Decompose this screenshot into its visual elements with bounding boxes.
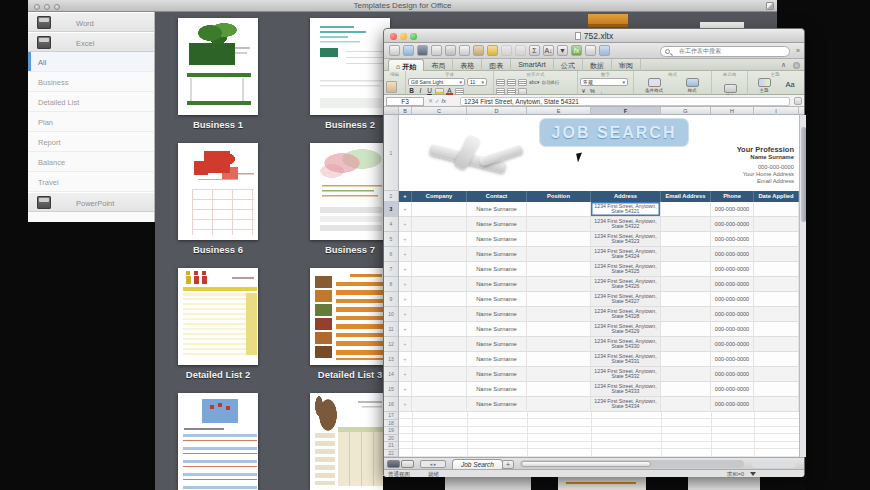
cell-position[interactable] xyxy=(527,367,591,381)
cell-contact[interactable]: Name Surname xyxy=(467,217,527,231)
cell-address[interactable]: 1234 First Street, Anytown,State 54329 xyxy=(591,322,661,336)
cell-email[interactable] xyxy=(661,337,711,351)
row-header-4[interactable]: 4 xyxy=(384,217,398,232)
horizontal-scrollbar[interactable] xyxy=(520,460,744,468)
print-preview-icon[interactable] xyxy=(599,45,610,56)
column-header-D[interactable]: D xyxy=(467,107,527,114)
gear-icon[interactable] xyxy=(793,62,800,69)
select-all-corner[interactable] xyxy=(384,107,399,114)
sheet-tab-job-search[interactable]: Job Search xyxy=(452,459,503,469)
currency-format-icon[interactable]: ¥ xyxy=(580,87,587,95)
row-header-2[interactable]: 2 xyxy=(384,191,398,202)
gallery-icon[interactable] xyxy=(585,45,596,56)
cell-position[interactable] xyxy=(527,292,591,306)
cell-date-applied[interactable] xyxy=(754,217,799,231)
cell-email[interactable] xyxy=(661,352,711,366)
tab-smartart[interactable]: SmartArt xyxy=(511,59,554,71)
tab-ribbon-7[interactable]: 审阅 xyxy=(612,59,641,71)
cell-marker[interactable]: + xyxy=(399,232,412,246)
cell-date-applied[interactable] xyxy=(754,202,799,216)
comma-format-icon[interactable]: , xyxy=(598,87,605,95)
row-header-15[interactable]: 15 xyxy=(384,382,398,397)
cell-email[interactable] xyxy=(661,397,711,411)
template-thumbnail-business-2[interactable] xyxy=(310,18,390,115)
align-left-icon[interactable] xyxy=(496,79,505,86)
cell-address[interactable]: 1234 First Street, Anytown,State 54334 xyxy=(591,397,661,411)
row-header-5[interactable]: 5 xyxy=(384,232,398,247)
insert-function-icon[interactable]: fx xyxy=(441,98,446,104)
resize-icon[interactable] xyxy=(766,2,774,10)
row-header-12[interactable]: 12 xyxy=(384,337,398,352)
themes-button[interactable]: 主题 xyxy=(748,71,780,94)
column-header-B[interactable]: B xyxy=(399,107,412,114)
indent-decrease-icon[interactable] xyxy=(496,88,505,95)
cell-phone[interactable]: 000-000-0000 xyxy=(711,292,754,306)
cell-position[interactable] xyxy=(527,307,591,321)
cell-marker[interactable]: + xyxy=(399,202,412,216)
cell-contact[interactable]: Name Surname xyxy=(467,367,527,381)
cell-company[interactable] xyxy=(412,277,467,291)
cell-marker[interactable]: + xyxy=(399,367,412,381)
cell-date-applied[interactable] xyxy=(754,277,799,291)
cell-company[interactable] xyxy=(412,367,467,381)
autosum-icon[interactable]: Σ xyxy=(529,45,540,56)
sidebar-item-word[interactable]: Word xyxy=(28,12,154,32)
cell-company[interactable] xyxy=(412,292,467,306)
row-header-7[interactable]: 7 xyxy=(384,262,398,277)
cell-address[interactable]: 1234 First Street, Anytown,State 54328 xyxy=(591,307,661,321)
cell-marker[interactable]: + xyxy=(399,262,412,276)
cell-phone[interactable]: 000-000-0000 xyxy=(711,307,754,321)
theme-fonts-button[interactable]: Aa xyxy=(780,71,800,94)
cell-date-applied[interactable] xyxy=(754,382,799,396)
column-header-G[interactable]: G xyxy=(661,107,711,114)
cell-phone[interactable]: 000-000-0000 xyxy=(711,352,754,366)
fill-color-icon[interactable] xyxy=(435,88,444,95)
header-cell-phone[interactable]: Phone xyxy=(711,191,754,202)
italic-button[interactable]: I xyxy=(417,87,424,95)
cell-position[interactable] xyxy=(527,397,591,411)
tab-ribbon-5[interactable]: 公式 xyxy=(554,59,583,71)
sidebar-item-powerpoint[interactable]: PowerPoint xyxy=(28,192,154,212)
cell-contact[interactable]: Name Surname xyxy=(467,352,527,366)
paste-icon[interactable] xyxy=(473,45,484,56)
cell-phone[interactable]: 000-000-0000 xyxy=(711,382,754,396)
cell-marker[interactable]: + xyxy=(399,382,412,396)
merge-cells-icon[interactable] xyxy=(518,88,527,95)
header-cell-position[interactable]: Position xyxy=(527,191,591,202)
cell-address[interactable]: 1234 First Street, Anytown,State 54330 xyxy=(591,337,661,351)
cell-date-applied[interactable] xyxy=(754,262,799,276)
number-format-select[interactable]: 常规▾ xyxy=(580,78,628,86)
sidebar-item-detailed-list[interactable]: Detailed List xyxy=(28,92,154,112)
cell-contact[interactable]: Name Surname xyxy=(467,337,527,351)
abc-orientation-icon[interactable]: abc▾ xyxy=(529,79,540,85)
cell-email[interactable] xyxy=(661,292,711,306)
cell-contact[interactable]: Name Surname xyxy=(467,232,527,246)
row-header-1[interactable]: 1 xyxy=(384,115,398,191)
cell-address-selected[interactable]: 1234 First Street, Anytown,State 54321 xyxy=(591,202,661,216)
cell-position[interactable] xyxy=(527,382,591,396)
row-header-22[interactable]: 22 xyxy=(384,450,398,458)
cell-date-applied[interactable] xyxy=(754,247,799,261)
cell-contact[interactable]: Name Surname xyxy=(467,322,527,336)
tab-ribbon-2[interactable]: 表格 xyxy=(453,59,482,71)
template-thumbnail-business-7[interactable] xyxy=(310,143,390,240)
row-header-6[interactable]: 6 xyxy=(384,247,398,262)
cell-position[interactable] xyxy=(527,262,591,276)
normal-view-button[interactable] xyxy=(387,460,400,468)
cut-icon[interactable] xyxy=(445,45,456,56)
cell-contact[interactable]: Name Surname xyxy=(467,262,527,276)
column-header-F[interactable]: F xyxy=(591,107,661,114)
cell-date-applied[interactable] xyxy=(754,367,799,381)
open-icon[interactable] xyxy=(403,45,414,56)
row-header-17[interactable]: 17 xyxy=(384,412,398,420)
sidebar-item-excel[interactable]: Excel xyxy=(28,32,154,52)
sidebar-item-all[interactable]: All xyxy=(28,52,154,72)
cell-position[interactable] xyxy=(527,217,591,231)
row-header-21[interactable]: 21 xyxy=(384,442,398,450)
cell-company[interactable] xyxy=(412,397,467,411)
column-header-H[interactable]: H xyxy=(711,107,754,114)
cell-marker[interactable]: + xyxy=(399,247,412,261)
align-right-icon[interactable] xyxy=(518,79,527,86)
cell-phone[interactable]: 000-000-0000 xyxy=(711,262,754,276)
cell-contact[interactable]: Name Surname xyxy=(467,382,527,396)
